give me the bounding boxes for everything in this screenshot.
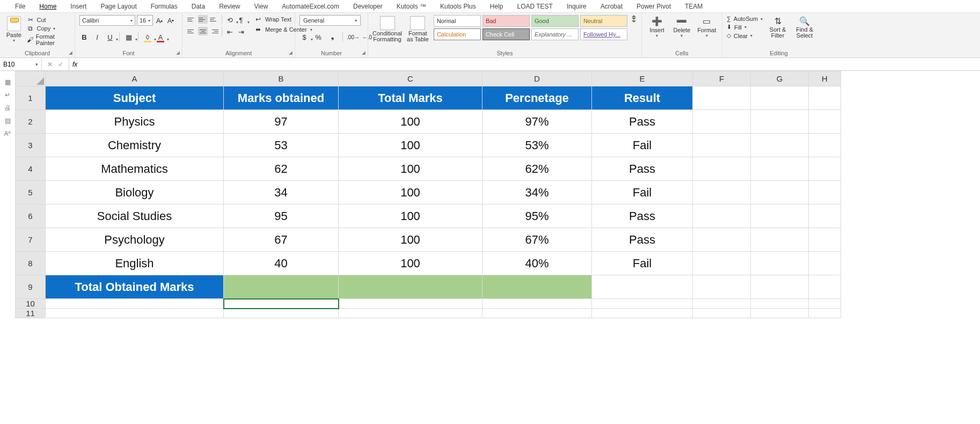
- group-label: Editing: [770, 50, 788, 56]
- formula-bar: B10▾ ✕ ✓ fx: [0, 58, 980, 71]
- conditional-formatting-button[interactable]: Conditional Formatting: [372, 15, 402, 42]
- style-check-cell[interactable]: Check Cell: [482, 28, 530, 40]
- align-right-button[interactable]: [209, 27, 219, 35]
- tab-help[interactable]: Help: [485, 1, 509, 12]
- decrease-indent-button[interactable]: ⇤: [225, 27, 235, 36]
- group-cells: ➕Insert▾ ➖Delete▾ ▭Format▾ Cells: [642, 13, 722, 57]
- format-cells-button[interactable]: ▭Format▾: [696, 15, 718, 38]
- style-bad[interactable]: Bad: [482, 15, 530, 27]
- bold-button[interactable]: B: [79, 32, 89, 42]
- sort-icon: ⇅: [771, 15, 784, 27]
- wrap-icon: ↩: [254, 16, 262, 23]
- clear-button[interactable]: ◇Clear ▾: [727, 32, 763, 39]
- fx-icon[interactable]: fx: [69, 61, 81, 68]
- group-label: Alignment: [225, 50, 252, 56]
- cancel-formula-icon[interactable]: ✕: [47, 61, 53, 68]
- autosum-button[interactable]: ∑AutoSum ▾: [727, 16, 763, 22]
- fill-color-button[interactable]: ◊▾: [143, 32, 152, 42]
- borders-button[interactable]: ▦▾: [124, 32, 134, 42]
- accounting-format-button[interactable]: $▾: [299, 32, 309, 42]
- tab-load-test[interactable]: LOAD TEST: [511, 1, 558, 12]
- align-bottom-button[interactable]: [209, 15, 219, 24]
- tab-file[interactable]: File: [10, 1, 31, 12]
- tab-review[interactable]: Review: [214, 1, 245, 12]
- insert-icon: ➕: [650, 15, 663, 27]
- group-label: Number: [321, 50, 342, 56]
- delete-icon: ➖: [675, 15, 688, 27]
- tab-view[interactable]: View: [249, 1, 274, 12]
- dialog-launcher-icon[interactable]: ◢: [362, 50, 365, 55]
- font-size-select[interactable]: 16▾: [137, 15, 153, 26]
- group-label: Cells: [675, 50, 688, 56]
- tab-kutools[interactable]: Kutools ™: [391, 1, 432, 12]
- text-direction-button[interactable]: ¶▾: [236, 15, 246, 25]
- orientation-button[interactable]: ⟲▾: [225, 15, 235, 25]
- style-calculation[interactable]: Calculation: [434, 28, 481, 40]
- cut-button[interactable]: ✂Cut: [27, 16, 70, 24]
- copy-icon: ⧉: [27, 25, 34, 32]
- tab-power-pivot[interactable]: Power Pivot: [631, 1, 676, 12]
- percent-format-button[interactable]: %: [313, 32, 323, 42]
- paste-icon[interactable]: [7, 16, 21, 31]
- font-color-button[interactable]: A▾: [156, 32, 165, 42]
- dialog-launcher-icon[interactable]: ◢: [69, 50, 72, 55]
- name-box[interactable]: B10▾: [0, 58, 42, 70]
- tab-automateexcel[interactable]: AutomateExcel.com: [276, 1, 345, 12]
- style-explanatory[interactable]: Explanatory ...: [531, 28, 579, 40]
- tab-home[interactable]: Home: [34, 1, 62, 12]
- delete-cells-button[interactable]: ➖Delete▾: [671, 15, 692, 38]
- italic-button[interactable]: I: [92, 32, 102, 42]
- group-label: Clipboard: [25, 50, 50, 56]
- format-as-table-button[interactable]: Format as Table: [405, 15, 430, 42]
- insert-cells-button[interactable]: ➕Insert▾: [646, 15, 668, 38]
- ribbon: Paste ▾ ✂Cut ⧉Copy ▾ 🖌Format Painter Cli…: [0, 13, 980, 58]
- scissors-icon: ✂: [27, 16, 34, 24]
- style-normal[interactable]: Normal: [434, 15, 481, 27]
- align-center-button[interactable]: [198, 27, 208, 35]
- group-font: Calibri▾ 16▾ A▴ A▾ B I U▾ ▦▾ ◊▾ A▾ Font◢: [75, 13, 182, 57]
- copy-button[interactable]: ⧉Copy ▾: [27, 25, 70, 32]
- align-top-button[interactable]: [187, 15, 196, 24]
- dialog-launcher-icon[interactable]: ◢: [289, 50, 292, 55]
- styles-more-button[interactable]: [631, 15, 637, 23]
- tab-page-layout[interactable]: Page Layout: [95, 1, 142, 12]
- merge-icon: ⬌: [254, 26, 262, 33]
- tab-team[interactable]: TEAM: [679, 1, 708, 12]
- tab-data[interactable]: Data: [186, 1, 210, 12]
- increase-indent-button[interactable]: ⇥: [236, 27, 246, 36]
- tab-formulas[interactable]: Formulas: [145, 1, 183, 12]
- style-followed-hyperlink[interactable]: Followed Hy...: [580, 28, 627, 40]
- style-good[interactable]: Good: [531, 15, 579, 27]
- format-painter-button[interactable]: 🖌Format Painter: [27, 33, 70, 46]
- align-left-button[interactable]: [187, 27, 196, 35]
- tab-insert[interactable]: Insert: [65, 1, 92, 12]
- style-neutral[interactable]: Neutral: [580, 15, 627, 27]
- underline-button[interactable]: U▾: [105, 32, 115, 42]
- group-clipboard: Paste ▾ ✂Cut ⧉Copy ▾ 🖌Format Painter Cli…: [0, 13, 75, 57]
- increase-font-icon[interactable]: A▴: [155, 16, 164, 25]
- fill-button[interactable]: ⬇Fill ▾: [727, 24, 763, 31]
- enter-formula-icon[interactable]: ✓: [58, 61, 63, 68]
- tab-kutools-plus[interactable]: Kutools Plus: [435, 1, 481, 12]
- find-select-button[interactable]: 🔍Find & Select: [793, 15, 816, 39]
- group-alignment: ⟲▾ ¶▾ ⇤ ⇥ ↩Wrap Text ⬌Merge & Center ▾ A…: [182, 13, 295, 57]
- comma-format-button[interactable]: ❟: [327, 32, 337, 42]
- tab-developer[interactable]: Developer: [348, 1, 388, 12]
- ribbon-tabs: File Home Insert Page Layout Formulas Da…: [0, 0, 980, 13]
- formula-input[interactable]: [81, 58, 980, 70]
- dialog-launcher-icon[interactable]: ◢: [176, 50, 180, 55]
- tab-acrobat[interactable]: Acrobat: [595, 1, 628, 12]
- group-label: Styles: [497, 50, 513, 56]
- sort-filter-button[interactable]: ⇅Sort & Filter: [766, 15, 789, 39]
- align-middle-button[interactable]: [198, 15, 208, 24]
- conditional-formatting-icon: [380, 16, 395, 30]
- paste-button[interactable]: Paste: [6, 32, 21, 38]
- decrease-font-icon[interactable]: A▾: [166, 16, 175, 25]
- eraser-icon: ◇: [727, 32, 731, 39]
- group-number: General▾ $▾ % ❟ .00→ ←.0 Number◢: [295, 13, 368, 57]
- cell-styles-gallery: Normal Bad Good Neutral Calculation Chec…: [434, 15, 627, 40]
- number-format-select[interactable]: General▾: [299, 15, 361, 26]
- increase-decimal-button[interactable]: .00→: [348, 32, 358, 42]
- font-name-select[interactable]: Calibri▾: [79, 15, 135, 26]
- tab-inquire[interactable]: Inquire: [561, 1, 592, 12]
